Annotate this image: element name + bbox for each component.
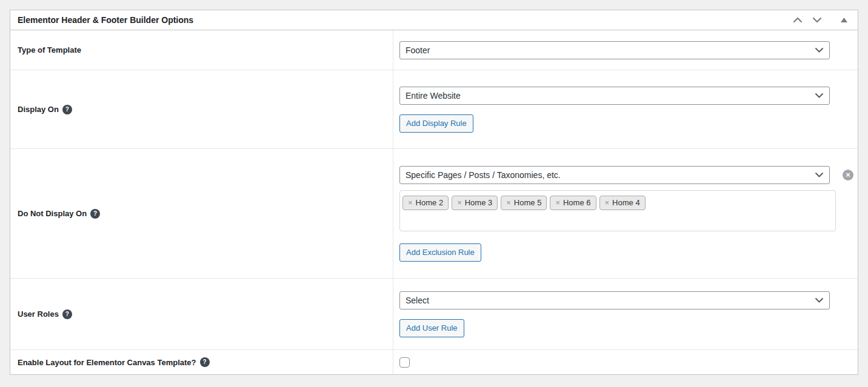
add-exclusion-rule-button[interactable]: Add Exclusion Rule (399, 243, 481, 262)
tag-label: Home 6 (563, 198, 591, 207)
metabox-title: Elementor Header & Footer Builder Option… (18, 15, 193, 25)
help-icon[interactable]: ? (90, 209, 100, 219)
display-on-select[interactable]: Entire Website (399, 87, 830, 105)
remove-tag-icon[interactable]: × (506, 198, 511, 207)
type-of-template-label-cell: Type of Template (10, 30, 393, 70)
excluded-page-tag: ×Home 2 (402, 196, 449, 210)
row-do-not-display-on: Do Not Display On ? Specific Pages / Pos… (10, 149, 858, 279)
display-on-label: Display On (18, 105, 59, 114)
help-icon[interactable]: ? (62, 309, 72, 319)
row-display-on: Display On ? Entire Website Add Display … (10, 70, 858, 149)
user-roles-label: User Roles (18, 309, 59, 319)
chevron-down-icon (815, 173, 823, 177)
do-not-display-on-label-cell: Do Not Display On ? (10, 149, 393, 278)
move-up-icon[interactable] (791, 13, 804, 27)
chevron-down-icon (815, 48, 823, 53)
remove-tag-icon[interactable]: × (605, 198, 610, 207)
collapse-toggle-icon[interactable] (837, 13, 850, 27)
remove-tag-icon[interactable]: × (555, 198, 560, 207)
type-of-template-select[interactable]: Footer (399, 41, 830, 59)
type-of-template-select-value: Footer (406, 45, 430, 55)
display-on-select-value: Entire Website (406, 91, 461, 101)
remove-rule-icon[interactable]: × (843, 170, 853, 180)
excluded-page-tag: ×Home 5 (501, 196, 547, 210)
row-type-of-template: Type of Template Footer (10, 30, 858, 70)
remove-tag-icon[interactable]: × (457, 198, 462, 207)
do-not-display-on-select-value: Specific Pages / Posts / Taxonomies, etc… (406, 170, 561, 180)
type-of-template-field-cell: Footer (393, 30, 858, 70)
user-roles-select-value: Select (406, 296, 429, 305)
canvas-template-field-cell (393, 350, 858, 374)
metabox-controls (791, 13, 850, 27)
excluded-page-tag: ×Home 3 (452, 196, 498, 210)
canvas-template-checkbox[interactable] (399, 357, 410, 368)
add-display-rule-button[interactable]: Add Display Rule (399, 114, 473, 133)
excluded-page-tag: ×Home 4 (599, 196, 646, 210)
do-not-display-on-field-cell: Specific Pages / Posts / Taxonomies, etc… (393, 149, 858, 278)
user-roles-label-cell: User Roles ? (10, 279, 393, 349)
metabox-header: Elementor Header & Footer Builder Option… (10, 10, 858, 30)
move-down-icon[interactable] (810, 13, 824, 27)
display-on-label-cell: Display On ? (10, 70, 393, 148)
help-icon[interactable]: ? (200, 357, 210, 367)
user-roles-field-cell: Select Add User Rule (393, 279, 858, 349)
elementor-hf-options-metabox: Elementor Header & Footer Builder Option… (10, 10, 858, 375)
excluded-pages-multiselect[interactable]: ×Home 2 ×Home 3 ×Home 5 ×Home 6 ×Home 4 (399, 190, 836, 231)
exclusion-select-wrap: Specific Pages / Posts / Taxonomies, etc… (399, 166, 858, 184)
help-icon[interactable]: ? (62, 105, 72, 114)
row-canvas-template: Enable Layout for Elementor Canvas Templ… (10, 350, 858, 374)
canvas-template-label-cell: Enable Layout for Elementor Canvas Templ… (10, 350, 393, 374)
do-not-display-on-label: Do Not Display On (18, 209, 87, 218)
type-of-template-label: Type of Template (18, 45, 81, 55)
tag-label: Home 4 (612, 198, 640, 207)
tag-label: Home 2 (416, 198, 444, 207)
add-user-rule-button[interactable]: Add User Rule (399, 319, 464, 337)
tag-label: Home 5 (514, 198, 542, 207)
chevron-down-icon (815, 93, 823, 98)
user-roles-select[interactable]: Select (399, 291, 830, 309)
chevron-down-icon (815, 298, 823, 303)
canvas-template-label: Enable Layout for Elementor Canvas Templ… (18, 358, 196, 367)
tag-label: Home 3 (465, 198, 493, 207)
row-user-roles: User Roles ? Select Add User Rule (10, 279, 858, 350)
excluded-page-tag: ×Home 6 (550, 196, 596, 210)
do-not-display-on-select[interactable]: Specific Pages / Posts / Taxonomies, etc… (399, 166, 830, 184)
remove-tag-icon[interactable]: × (408, 198, 413, 207)
display-on-field-cell: Entire Website Add Display Rule (393, 70, 858, 148)
